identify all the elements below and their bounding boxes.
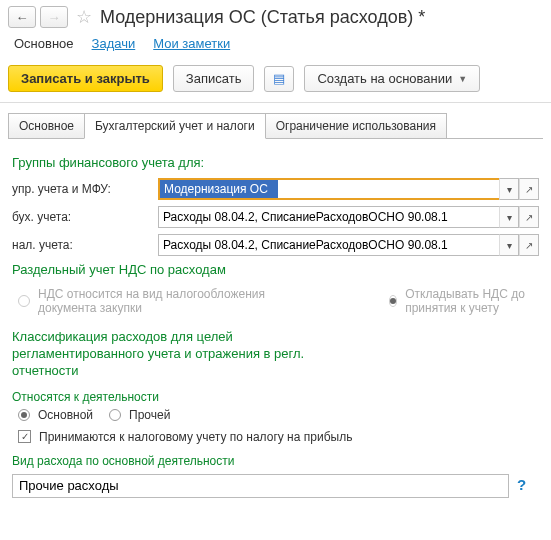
groups-section-title: Группы финансового учета для: — [12, 155, 539, 170]
tax-checkbox[interactable] — [18, 430, 31, 443]
nds-radio-2-label: Откладывать НДС до принятия к учету — [405, 287, 539, 315]
save-close-button[interactable]: Записать и закрыть — [8, 65, 163, 92]
activity-radio-other[interactable] — [109, 409, 121, 421]
page-title: Модернизация ОС (Статья расходов) * — [100, 7, 425, 28]
dropdown-icon[interactable]: ▾ — [499, 234, 519, 256]
dropdown-icon[interactable]: ▾ — [499, 206, 519, 228]
class-section-title: Классификация расходов для целей регламе… — [12, 329, 342, 380]
upr-input[interactable] — [158, 178, 499, 200]
nds-radio-1-label: НДС относится на вид налогообложения док… — [38, 287, 318, 315]
create-based-button[interactable]: Создать на основании ▼ — [304, 65, 480, 92]
open-icon[interactable]: ↗ — [519, 234, 539, 256]
activity-other-label: Прочей — [129, 408, 170, 422]
create-based-label: Создать на основании — [317, 71, 452, 86]
upr-field[interactable]: ▾ ↗ — [158, 178, 539, 200]
buh-field[interactable]: ▾ ↗ — [158, 206, 539, 228]
navlink-notes[interactable]: Мои заметки — [153, 36, 230, 51]
activity-main-label: Основной — [38, 408, 93, 422]
nds-radio-2 — [389, 295, 397, 307]
document-icon: ▤ — [273, 71, 285, 86]
help-icon[interactable]: ? — [517, 476, 526, 493]
tax-checkbox-label: Принимаются к налоговому учету по налогу… — [39, 430, 352, 444]
tab-accounting[interactable]: Бухгалтерский учет и налоги — [84, 113, 266, 139]
report-icon-button[interactable]: ▤ — [264, 66, 294, 92]
nds-section-title: Раздельный учет НДС по расходам — [12, 262, 539, 277]
nal-label: нал. учета: — [12, 238, 152, 252]
tab-restriction[interactable]: Ограничение использования — [265, 113, 447, 139]
navlink-main[interactable]: Основное — [14, 36, 74, 51]
kind-field[interactable] — [12, 474, 509, 498]
nal-field[interactable]: ▾ ↗ — [158, 234, 539, 256]
tab-main[interactable]: Основное — [8, 113, 85, 139]
favorite-icon[interactable]: ☆ — [76, 6, 92, 28]
upr-label: упр. учета и МФУ: — [12, 182, 152, 196]
buh-label: бух. учета: — [12, 210, 152, 224]
open-icon[interactable]: ↗ — [519, 178, 539, 200]
buh-input[interactable] — [158, 206, 499, 228]
activity-radio-main[interactable] — [18, 409, 30, 421]
dropdown-icon[interactable]: ▾ — [499, 178, 519, 200]
chevron-down-icon: ▼ — [458, 74, 467, 84]
open-icon[interactable]: ↗ — [519, 206, 539, 228]
nav-forward-button[interactable]: → — [40, 6, 68, 28]
nal-input[interactable] — [158, 234, 499, 256]
kind-input[interactable] — [12, 474, 509, 498]
save-button[interactable]: Записать — [173, 65, 255, 92]
kind-label: Вид расхода по основной деятельности — [12, 454, 539, 468]
nav-back-button[interactable]: ← — [8, 6, 36, 28]
activity-label: Относятся к деятельности — [12, 390, 539, 404]
nds-radio-1 — [18, 295, 30, 307]
navlink-tasks[interactable]: Задачи — [92, 36, 136, 51]
